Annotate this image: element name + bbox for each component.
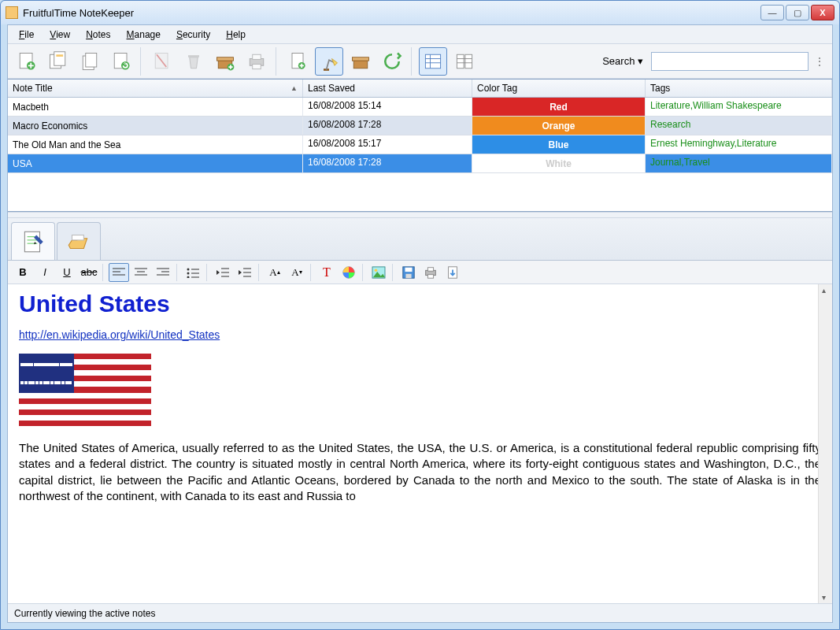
table-row[interactable]: Macro Economics16/08/2008 17:28OrangeRes… [8,117,832,135]
table-row[interactable]: USA16/08/2008 17:28WhiteJournal,Travel [8,154,832,173]
cell-saved: 16/08/2008 17:28 [303,154,472,172]
grid-header: Note Title▲ Last Saved Color Tag Tags [8,80,832,98]
table-row[interactable]: The Old Man and the Sea16/08/2008 15:17B… [8,135,832,154]
outdent-button[interactable] [213,263,233,282]
cell-tags: Literature,William Shakespeare [646,98,832,116]
statusbar: Currently viewing the active notes [8,603,832,622]
strikethrough-button[interactable]: abc [79,263,99,282]
note-stack-button[interactable] [76,47,104,76]
delete-note-button[interactable] [148,47,176,76]
search-options-icon[interactable]: ⋮ [812,56,827,67]
svg-rect-11 [188,55,199,57]
svg-rect-20 [353,60,368,69]
copy-note-button[interactable] [44,47,72,76]
menu-help[interactable]: Help [220,28,252,42]
cell-color: White [472,154,646,172]
svg-point-48 [187,276,190,278]
app-window: FruitfulTime NoteKeeper — ▢ X File View … [0,0,840,630]
cell-title: Macro Economics [8,117,303,135]
search-dropdown[interactable]: Search ▾ [598,55,648,67]
align-left-button[interactable] [109,263,129,282]
recycle-note-button[interactable] [107,47,135,76]
export-button[interactable] [442,263,463,282]
svg-point-46 [187,272,190,274]
svg-point-44 [187,268,190,270]
svg-rect-22 [425,54,440,69]
svg-point-8 [121,61,130,70]
print-button[interactable] [242,47,271,76]
maximize-button[interactable]: ▢ [786,5,809,20]
cell-tags: Research [646,117,832,135]
align-center-button[interactable] [131,263,151,282]
menu-manage[interactable]: Manage [120,28,167,42]
indent-button[interactable] [235,263,255,282]
note-body: The United States of America, usually re… [19,440,821,504]
save-button[interactable] [398,263,419,282]
italic-button[interactable]: I [35,263,55,282]
minimize-button[interactable]: — [760,5,784,20]
svg-rect-17 [253,64,261,69]
recycle-button[interactable] [378,47,406,76]
detail-view-button[interactable] [450,47,479,76]
col-note-title[interactable]: Note Title▲ [8,80,303,97]
menubar: File View Notes Manage Security Help [8,25,832,44]
svg-rect-64 [427,274,433,278]
svg-rect-4 [56,54,63,57]
align-right-button[interactable] [153,263,173,282]
svg-rect-21 [353,57,369,60]
menu-security[interactable]: Security [170,28,216,42]
cell-title: Macbeth [8,98,303,116]
editor-toolbar: B I U abc A▴ A▾ T [8,261,832,284]
svg-rect-6 [86,53,97,67]
font-decrease-button[interactable]: A▾ [287,263,307,282]
col-tags[interactable]: Tags [646,80,832,97]
trash-button[interactable] [179,47,208,76]
svg-rect-34 [72,235,84,239]
print-note-button[interactable] [420,263,441,282]
font-increase-button[interactable]: A▴ [265,263,285,282]
titlebar[interactable]: FruitfulTime NoteKeeper — ▢ X [1,1,839,24]
note-heading: United States [19,291,821,317]
svg-rect-26 [457,54,464,69]
underline-button[interactable]: U [57,263,77,282]
lamp-button[interactable] [315,47,343,76]
bold-button[interactable]: B [13,263,33,282]
svg-rect-3 [54,51,65,65]
cell-color: Red [472,98,646,116]
svg-rect-30 [24,232,39,252]
insert-image-button[interactable] [368,263,389,282]
archive-button[interactable] [346,47,375,76]
col-color-tag[interactable]: Color Tag [472,80,646,97]
note-editor[interactable]: United States http://en.wikipedia.org/wi… [8,284,832,603]
cell-tags: Ernest Heminghway,Literature [646,135,832,154]
bullet-list-button[interactable] [183,263,203,282]
table-row[interactable]: Macbeth16/08/2008 15:14RedLiterature,Wil… [8,98,832,117]
close-button[interactable]: X [811,5,834,20]
window-title: FruitfulTime NoteKeeper [23,7,760,19]
color-wheel-button[interactable] [339,263,359,282]
col-last-saved[interactable]: Last Saved [303,80,472,97]
svg-point-58 [375,269,378,272]
svg-rect-63 [427,267,433,271]
note-tabstrip [8,218,832,261]
search-input[interactable] [651,52,809,71]
tab-edit[interactable] [11,222,55,260]
menu-notes[interactable]: Notes [80,28,117,42]
notes-grid: Note Title▲ Last Saved Color Tag Tags Ma… [8,79,832,212]
list-view-button[interactable] [419,47,447,76]
svg-rect-27 [465,54,472,69]
new-doc-button[interactable] [283,47,312,76]
new-note-button[interactable] [13,47,41,76]
splitter[interactable] [8,212,832,218]
menu-view[interactable]: View [43,28,76,42]
menu-file[interactable]: File [13,28,40,42]
svg-rect-61 [405,273,411,277]
cell-title: The Old Man and the Sea [8,135,303,154]
note-link[interactable]: http://en.wikipedia.org/wiki/United_Stat… [19,328,220,341]
tab-attachments[interactable] [57,222,101,260]
cell-saved: 16/08/2008 15:17 [303,135,472,154]
cell-saved: 16/08/2008 17:28 [303,117,472,135]
font-color-button[interactable]: T [316,263,337,282]
archive-add-button[interactable] [211,47,239,76]
editor-scrollbar[interactable] [818,284,832,603]
